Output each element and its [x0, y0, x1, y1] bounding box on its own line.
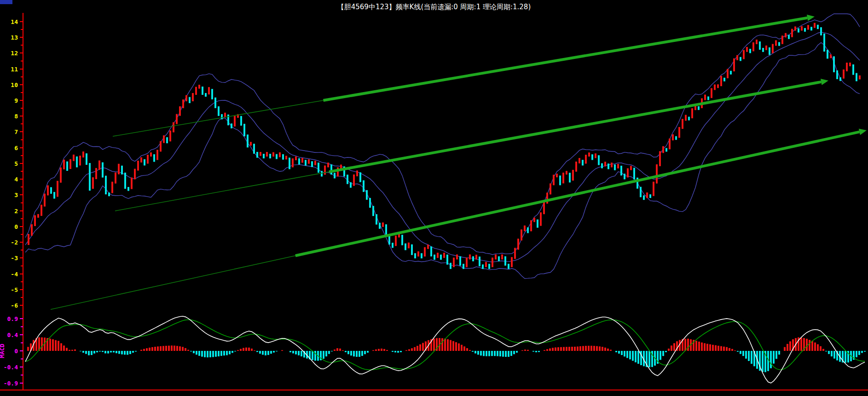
candle-down — [421, 253, 422, 258]
macd-bar-up — [822, 349, 824, 351]
macd-bar-up — [610, 349, 612, 351]
macd-bar-down — [502, 351, 504, 357]
macd-bar-up — [185, 348, 186, 351]
macd-bar-down — [295, 351, 297, 355]
candle-up — [160, 141, 162, 152]
candle-up — [533, 218, 535, 222]
macd-bar-down — [110, 351, 112, 352]
macd-bar-down — [298, 351, 300, 355]
candle-down — [276, 154, 278, 159]
candle-up — [511, 257, 513, 267]
candle-down — [289, 157, 290, 169]
macd-bar-up — [552, 348, 554, 351]
macd-bar-down — [831, 351, 833, 356]
candle-up — [704, 94, 706, 100]
candle-up — [711, 88, 712, 98]
candle-down — [269, 154, 271, 158]
candle-up — [669, 139, 671, 149]
macd-bar-down — [472, 351, 474, 352]
macd-bar-down — [276, 351, 278, 351]
macd-histogram[interactable] — [27, 338, 866, 373]
macd-bar-up — [444, 338, 446, 351]
macd-bar-up — [254, 350, 255, 351]
macd-bar-down — [104, 351, 106, 353]
macd-bar-up — [160, 346, 162, 351]
candle-down — [723, 78, 725, 82]
candle-down — [66, 162, 68, 171]
candle-up — [111, 182, 113, 193]
macd-bar-down — [394, 351, 396, 352]
macd-bar-up — [251, 349, 253, 351]
candle-up — [192, 93, 194, 101]
trend-arrow-shaft — [295, 132, 859, 256]
macd-bar-down — [226, 351, 228, 355]
candle-up — [830, 54, 832, 58]
candle-down — [76, 157, 78, 168]
candle-up — [437, 253, 439, 258]
macd-bar-up — [715, 345, 717, 351]
candle-up — [63, 160, 65, 169]
macd-bar-up — [405, 350, 407, 351]
macd-bar-down — [93, 351, 95, 354]
macd-bar-up — [671, 345, 672, 351]
price-tick-label: -5 — [11, 286, 18, 293]
macd-bar-down — [267, 351, 269, 355]
macd-bar-up — [673, 343, 675, 351]
candle-down — [450, 263, 451, 269]
candle-up — [678, 127, 680, 138]
price-tick-label: 6 — [14, 145, 18, 151]
price-tick-label: 14 — [11, 18, 18, 25]
candle-up — [611, 163, 613, 167]
candle-down — [211, 89, 213, 99]
macd-bar-down — [494, 351, 496, 356]
candle-up — [521, 229, 522, 240]
macd-bar-down — [198, 351, 200, 356]
macd-bar-up — [417, 346, 418, 351]
macd-bar-down — [347, 351, 349, 354]
candle-down — [363, 181, 365, 192]
candle-up — [682, 119, 683, 129]
macd-bar-up — [458, 344, 460, 351]
macd-bar-down — [107, 351, 109, 354]
candle-up — [572, 170, 574, 181]
macd-bar-up — [149, 348, 150, 351]
candle-up — [82, 151, 84, 157]
kline-chart-canvas[interactable]: 【胆4569中123】频率K线(当前遗漏:0 周期:1 理论周期:1.28) 1… — [0, 0, 868, 396]
macd-bar-down — [745, 351, 747, 359]
macd-bar-down — [256, 351, 258, 352]
candle-down — [508, 264, 509, 269]
candle-down — [527, 227, 529, 233]
macd-bar-up — [524, 349, 526, 351]
candle-up — [79, 156, 81, 165]
macd-bar-up — [579, 346, 581, 351]
macd-axis-labels: 0.90.40-0.4-0.9 — [4, 315, 18, 387]
macd-bar-up — [544, 350, 545, 351]
macd-bar-up — [143, 349, 145, 351]
macd-bar-up — [58, 341, 59, 351]
candle-down — [827, 50, 828, 58]
macd-bar-up — [248, 348, 250, 351]
macd-bar-down — [220, 351, 222, 356]
candle-down — [440, 255, 442, 260]
macd-bar-up — [668, 349, 670, 351]
candle-up — [794, 26, 796, 30]
candle-up — [691, 108, 693, 118]
macd-bar-down — [301, 351, 302, 356]
macd-bar-down — [190, 351, 192, 351]
macd-bar-up — [726, 347, 728, 351]
candle-up — [656, 164, 658, 184]
candlestick-series[interactable] — [28, 23, 861, 269]
candle-down — [282, 154, 284, 160]
candle-up — [733, 58, 735, 71]
candle-up — [173, 122, 174, 132]
macd-bar-up — [718, 346, 719, 351]
macd-bar-up — [729, 348, 730, 351]
candle-up — [859, 76, 861, 80]
candle-down — [463, 264, 464, 269]
macd-bar-up — [784, 347, 786, 351]
candle-down — [820, 27, 822, 35]
candle-up — [308, 159, 310, 164]
candle-down — [298, 158, 300, 165]
macd-bar-up — [546, 349, 548, 351]
macd-bar-down — [350, 351, 352, 355]
